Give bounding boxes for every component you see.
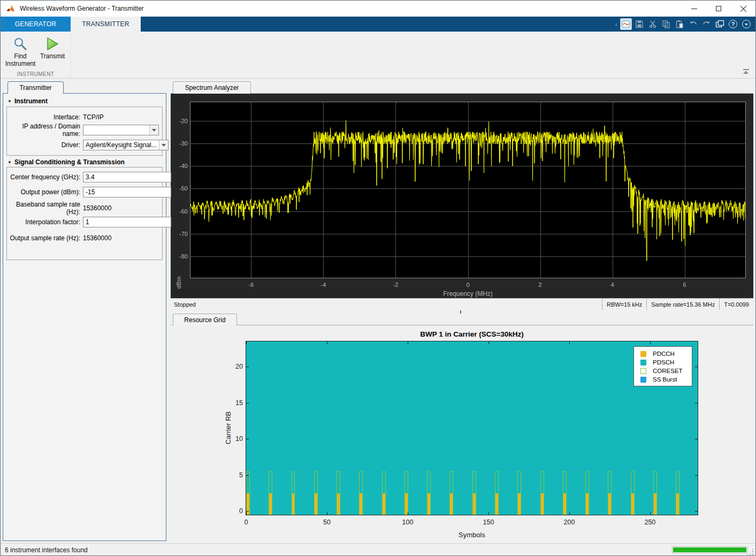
- pdcch-region: [383, 493, 385, 514]
- spectrum-axes: [190, 102, 746, 278]
- copy-icon[interactable]: [660, 18, 672, 30]
- resource-x-tick-label: 200: [559, 519, 580, 526]
- close-button[interactable]: [731, 1, 755, 17]
- minimize-button[interactable]: [682, 1, 706, 17]
- panel-splitter-handle[interactable]: [460, 310, 461, 314]
- spectrum-x-tick-label: 2: [530, 281, 551, 288]
- legend-label: SS Burst: [653, 376, 677, 383]
- transmit-play-icon: [45, 35, 59, 52]
- paste-glyph: [675, 20, 684, 28]
- tab-spectrum-analyzer[interactable]: Spectrum Analyzer: [173, 81, 251, 94]
- coreset-region: [404, 471, 408, 515]
- pdcch-region: [473, 493, 476, 514]
- spectrum-y-tick-label: -30: [171, 140, 188, 147]
- interpolation-factor-input[interactable]: [83, 217, 171, 227]
- coreset-region: [608, 471, 612, 515]
- window-title: Wireless Waveform Generator - Transmitte…: [20, 5, 144, 12]
- coreset-region: [495, 471, 499, 515]
- pdcch-region: [292, 493, 295, 514]
- axis-tick: [695, 511, 698, 512]
- center-frequency-input[interactable]: [83, 172, 171, 182]
- tab-generator[interactable]: GENERATOR: [1, 17, 71, 32]
- window-resize-grip[interactable]: [747, 549, 754, 555]
- resource-x-tick-label: 0: [235, 519, 257, 526]
- axis-tick: [246, 341, 247, 344]
- instrument-section-header[interactable]: ▼ Instrument: [7, 97, 48, 105]
- chevron-left-icon[interactable]: ‹: [615, 20, 617, 28]
- resource-x-axis-label: Symbols: [246, 531, 698, 539]
- legend-item: PDSCH: [634, 358, 692, 367]
- spectrum-status-bar: Stopped RBW=15 kHz Sample rate=15.36 MHz…: [171, 298, 753, 310]
- output-power-input[interactable]: [83, 187, 171, 197]
- interface-label: Interface:: [8, 113, 83, 121]
- output-sample-rate-value: 15360000: [83, 234, 111, 242]
- coreset-region: [314, 471, 318, 515]
- spectrum-x-tick-label: -6: [240, 281, 262, 288]
- tab-transmitter-panel[interactable]: Transmitter: [7, 81, 64, 94]
- instrument-group-box: Interface: TCP/IP IP address / Domain na…: [6, 106, 163, 156]
- pdcch-region: [427, 493, 430, 514]
- maximize-button[interactable]: [706, 1, 731, 17]
- resource-tab-strip-line: [171, 325, 753, 325]
- coreset-region: [563, 471, 567, 515]
- help-icon[interactable]: ?: [727, 18, 739, 30]
- cut-icon[interactable]: [647, 18, 659, 30]
- resource-grid-axes: [246, 341, 698, 515]
- spectrum-y-tick-label: -50: [171, 185, 188, 192]
- axis-tick: [246, 511, 249, 512]
- axis-tick: [246, 512, 247, 515]
- spectrum-x-tick-label: 6: [674, 281, 696, 288]
- resource-grid-figure: BWP 1 in Carrier (SCS=30kHz) Carrier RB …: [171, 326, 756, 543]
- save-icon[interactable]: [633, 18, 645, 30]
- axis-tick: [246, 439, 249, 439]
- resource-x-tick-label: 150: [478, 519, 499, 526]
- cut-glyph: [648, 20, 657, 28]
- ip-address-label: IP address / Domain name:: [8, 123, 83, 138]
- redo-icon[interactable]: [700, 18, 712, 30]
- paste-icon[interactable]: [674, 18, 685, 30]
- legend-swatch: [640, 377, 646, 383]
- window-layout-icon[interactable]: [714, 18, 726, 30]
- coreset-region: [631, 471, 635, 515]
- ip-address-combobox[interactable]: [83, 125, 159, 135]
- resource-y-tick-label: 15: [224, 399, 243, 407]
- ribbon-section-label: INSTRUMENT: [1, 71, 71, 77]
- baseband-sample-rate-value: 15360000: [83, 204, 111, 212]
- pdcch-region: [337, 493, 340, 514]
- resource-x-tick-label: 100: [397, 519, 418, 526]
- coreset-region: [676, 471, 679, 515]
- tab-transmitter[interactable]: TRANSMITTER: [71, 17, 141, 32]
- redo-glyph: [702, 20, 711, 28]
- ip-address-dropdown-button[interactable]: [149, 125, 158, 135]
- output-power-label: Output power (dBm):: [8, 188, 83, 196]
- spectrum-status-state: Stopped: [171, 301, 196, 308]
- axis-tick: [408, 341, 408, 344]
- axis-tick: [695, 475, 698, 476]
- driver-dropdown-button[interactable]: [159, 140, 168, 150]
- plot-new-icon[interactable]: [620, 18, 632, 30]
- undo-icon[interactable]: [687, 18, 699, 30]
- collapse-ribbon-button[interactable]: [742, 69, 750, 76]
- spectrum-status-time: T=0.0099: [719, 299, 753, 310]
- driver-combobox[interactable]: Agilent/Keysight Signal...: [83, 140, 169, 150]
- coreset-region: [653, 471, 657, 515]
- axis-tick: [327, 341, 327, 344]
- spectrum-status-sample-rate: Sample rate=15.36 MHz: [646, 299, 719, 310]
- spectrum-status-rbw: RBW=15 kHz: [602, 299, 646, 310]
- coreset-region: [337, 471, 340, 515]
- coreset-region: [359, 471, 363, 515]
- find-instrument-button[interactable]: Find Instrument: [5, 34, 36, 70]
- spectrum-x-tick-label: 4: [602, 281, 623, 288]
- axis-tick: [695, 367, 698, 367]
- tab-resource-grid[interactable]: Resource Grid: [173, 314, 237, 325]
- plot-new-glyph: [622, 20, 630, 28]
- copy-glyph: [662, 20, 670, 28]
- coreset-region: [382, 471, 386, 515]
- signal-section-header[interactable]: ▼ Signal Conditioning & Transmission: [7, 158, 125, 166]
- legend-swatch: [640, 360, 646, 365]
- more-options-icon[interactable]: [740, 18, 752, 30]
- save-glyph: [635, 20, 644, 28]
- transmit-button[interactable]: Transmit: [37, 34, 68, 70]
- coreset-region: [540, 471, 544, 515]
- axis-tick: [569, 512, 570, 515]
